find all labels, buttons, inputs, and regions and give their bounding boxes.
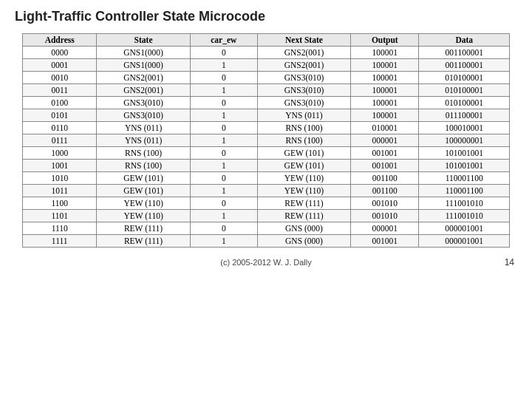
page-number: 14 [505, 257, 514, 267]
table-cell: RNS (100) [97, 160, 190, 172]
table-row: 0010GNS2(001)0GNS3(010)100001010100001 [23, 72, 510, 84]
table-cell: 100001 [351, 109, 419, 122]
table-cell: 001010 [351, 197, 419, 210]
table-cell: 0 [190, 172, 257, 185]
table-cell: 000001001 [419, 222, 510, 235]
table-cell: YNS (011) [257, 109, 350, 122]
table-cell: 0110 [23, 122, 97, 134]
table-cell: 100001 [351, 59, 419, 72]
table-cell: REW (111) [257, 210, 350, 222]
table-cell: 0100 [23, 97, 97, 109]
table-cell: GEW (101) [97, 172, 190, 185]
table-cell: 101001001 [419, 147, 510, 160]
table-cell: 1111 [23, 235, 97, 248]
table-cell: 010001 [351, 122, 419, 134]
table-cell: 1001 [23, 160, 97, 172]
table-header-cell: State [97, 34, 190, 47]
table-cell: 001001 [351, 235, 419, 248]
table-row: 0100GNS3(010)0GNS3(010)100001010100001 [23, 97, 510, 109]
table-cell: 100000001 [419, 134, 510, 147]
table-cell: GEW (101) [257, 160, 350, 172]
table-cell: 100001 [351, 97, 419, 109]
table-cell: YNS (011) [97, 134, 190, 147]
page-title: Light-Traffic Controller State Microcode [0, 0, 532, 29]
footer: (c) 2005-2012 W. J. Dally 14 [0, 255, 532, 270]
table-row: 1001RNS (100)1GEW (101)001001101001001 [23, 160, 510, 172]
table-cell: RNS (100) [97, 147, 190, 160]
table-cell: GEW (101) [97, 185, 190, 197]
table-cell: 0101 [23, 109, 97, 122]
table-cell: RNS (100) [257, 122, 350, 134]
table-cell: 1101 [23, 210, 97, 222]
table-cell: 111001010 [419, 197, 510, 210]
table-header-cell: Address [23, 34, 97, 47]
table-cell: 0 [190, 47, 257, 59]
table-cell: 0 [190, 72, 257, 84]
table-row: 1000RNS (100)0GEW (101)001001101001001 [23, 147, 510, 160]
table-wrapper: AddressStatecar_ewNext StateOutputData 0… [0, 29, 532, 255]
table-cell: 000001 [351, 134, 419, 147]
table-cell: 010100001 [419, 97, 510, 109]
table-cell: 100001 [351, 84, 419, 97]
table-cell: 001100 [351, 185, 419, 197]
table-cell: GNS3(010) [97, 97, 190, 109]
table-cell: 1 [190, 235, 257, 248]
table-cell: GNS1(000) [97, 47, 190, 59]
table-cell: YEW (110) [97, 210, 190, 222]
table-cell: REW (111) [257, 197, 350, 210]
table-cell: 1 [190, 210, 257, 222]
table-row: 0001GNS1(000)1GNS2(001)100001001100001 [23, 59, 510, 72]
table-cell: GNS2(001) [97, 84, 190, 97]
table-cell: 0000 [23, 47, 97, 59]
table-cell: 0111 [23, 134, 97, 147]
table-body: 0000GNS1(000)0GNS2(001)10000100110000100… [23, 47, 510, 248]
table-cell: 1 [190, 59, 257, 72]
table-cell: YEW (110) [257, 185, 350, 197]
table-cell: 1110 [23, 222, 97, 235]
table-cell: 001001 [351, 160, 419, 172]
table-cell: 001001 [351, 147, 419, 160]
table-cell: 001100 [351, 172, 419, 185]
table-cell: 0 [190, 222, 257, 235]
microcode-table: AddressStatecar_ewNext StateOutputData 0… [22, 33, 510, 248]
table-header-cell: Data [419, 34, 510, 47]
table-cell: 1 [190, 84, 257, 97]
table-cell: GNS2(001) [257, 47, 350, 59]
table-cell: 0 [190, 122, 257, 134]
table-cell: 000001 [351, 222, 419, 235]
table-cell: 1 [190, 109, 257, 122]
table-row: 0011GNS2(001)1GNS3(010)100001010100001 [23, 84, 510, 97]
table-cell: 0010 [23, 72, 97, 84]
table-row: 0110YNS (011)0RNS (100)010001100010001 [23, 122, 510, 134]
table-cell: RNS (100) [257, 134, 350, 147]
table-cell: 111001010 [419, 210, 510, 222]
table-row: 0000GNS1(000)0GNS2(001)100001001100001 [23, 47, 510, 59]
table-cell: YEW (110) [97, 197, 190, 210]
table-cell: 0001 [23, 59, 97, 72]
table-row: 1100YEW (110)0REW (111)001010111001010 [23, 197, 510, 210]
table-cell: GNS3(010) [257, 72, 350, 84]
table-cell: 010100001 [419, 84, 510, 97]
table-cell: GEW (101) [257, 147, 350, 160]
table-cell: 001100001 [419, 47, 510, 59]
table-cell: 001010 [351, 210, 419, 222]
table-cell: 1 [190, 185, 257, 197]
table-cell: 110001100 [419, 172, 510, 185]
table-cell: 101001001 [419, 160, 510, 172]
table-cell: GNS3(010) [257, 97, 350, 109]
table-cell: GNS2(001) [97, 72, 190, 84]
table-cell: 1 [190, 160, 257, 172]
table-cell: GNS3(010) [257, 84, 350, 97]
table-cell: GNS (000) [257, 222, 350, 235]
table-cell: 1010 [23, 172, 97, 185]
table-cell: 100001 [351, 72, 419, 84]
copyright-text: (c) 2005-2012 W. J. Dally [220, 258, 312, 267]
table-cell: 1 [190, 134, 257, 147]
table-row: 1110REW (111)0GNS (000)000001000001001 [23, 222, 510, 235]
table-cell: YEW (110) [257, 172, 350, 185]
table-cell: REW (111) [97, 235, 190, 248]
table-cell: REW (111) [97, 222, 190, 235]
table-row: 1101YEW (110)1REW (111)001010111001010 [23, 210, 510, 222]
table-cell: 011100001 [419, 109, 510, 122]
table-row: 1011GEW (101)1YEW (110)001100110001100 [23, 185, 510, 197]
